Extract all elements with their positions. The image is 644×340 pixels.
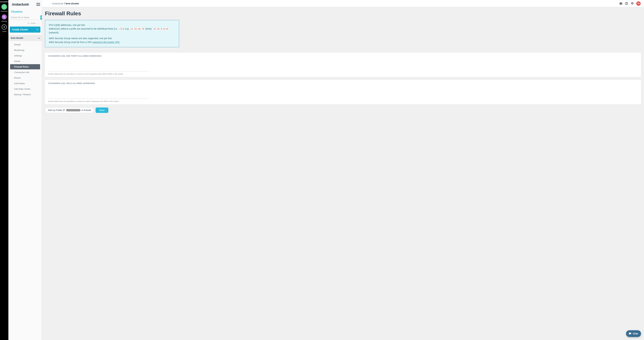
chevron-up-icon: ▴ — [38, 37, 40, 39]
help-icon[interactable] — [625, 2, 628, 5]
cql-only-card: CASSANDRA (CQL ONLY) ALLOWED ADDRESSES E… — [45, 80, 641, 104]
clusters-heading: Clusters — [8, 8, 42, 15]
pager-text: 1 – 1 of 1 — [28, 22, 36, 24]
cql-only-help: Entries listed here are permitted to con… — [48, 100, 638, 102]
gift-icon[interactable] — [619, 2, 622, 5]
cql-only-textarea[interactable] — [48, 86, 148, 99]
cluster-item-test-cluster[interactable]: test-cluster ▴ — [8, 35, 42, 41]
page-title: Firewall Rules — [45, 11, 641, 17]
hamburger-menu-icon[interactable] — [36, 3, 40, 6]
accounts-rail-title: ACCOUNTS — [0, 1, 9, 3]
subnav-add-nodes[interactable]: Add Nodes — [10, 81, 40, 86]
cluster-subnav: Details Monitoring Settings Delete Firew… — [8, 41, 42, 98]
main: Instaclustr / test-cluster SS Firewall R… — [42, 0, 644, 340]
account-item-shivang[interactable]: S Shivang — [2, 15, 7, 22]
brand-logo[interactable]: :instaclustr — [11, 2, 29, 6]
cql-thrift-card: CASSANDRA (CQL AND THRIFT) ALLOWED ADDRE… — [45, 53, 641, 77]
cluster-name: test-cluster — [11, 37, 23, 39]
subnav-resize[interactable]: Resize — [10, 75, 40, 80]
breadcrumb: Instaclustr / test-cluster — [52, 2, 79, 5]
account-label: Shivang — [2, 21, 7, 22]
breadcrumb-root[interactable]: Instaclustr — [52, 2, 64, 5]
subnav-monitoring[interactable]: Monitoring — [10, 48, 40, 53]
user-avatar[interactable]: SS — [636, 1, 641, 6]
create-cluster-button[interactable]: Create Cluster + — [10, 27, 40, 33]
svg-point-0 — [40, 17, 42, 18]
account-avatar: I — [2, 4, 7, 10]
topbar: Instaclustr / test-cluster SS — [42, 0, 644, 7]
subnav-firewall-rules[interactable]: Firewall Rules — [10, 64, 40, 69]
plus-icon: + — [36, 28, 38, 31]
pager-prev-icon[interactable]: ‹ — [37, 22, 38, 25]
cql-only-label: CASSANDRA (CQL ONLY) ALLOWED ADDRESSES — [48, 82, 638, 84]
gear-icon[interactable] — [630, 2, 634, 5]
info-box: IPv4 CIDR addresses, one per line. Addre… — [45, 20, 179, 47]
cluster-search-input[interactable] — [10, 15, 39, 20]
create-account-button[interactable]: + Create — [2, 25, 7, 32]
ip-redacted — [66, 109, 80, 111]
pager-next-icon[interactable]: › — [39, 22, 40, 25]
cidr-abbr: CIDR — [54, 24, 60, 27]
chat-icon — [628, 332, 632, 335]
pager: 1 – 1 of 1 ‹ › — [8, 21, 42, 27]
create-cluster-label: Create Cluster — [12, 28, 28, 31]
account-label: Instaclustr — [1, 11, 8, 12]
account-avatar: S — [2, 15, 7, 20]
subnav-add-data-centre[interactable]: Add Data Centre — [10, 86, 40, 92]
cql-thrift-help: Entries listed here are permitted to con… — [48, 73, 638, 75]
chat-label: Chat — [633, 332, 638, 335]
plus-circle-icon: + — [2, 25, 7, 30]
cql-thrift-label: CASSANDRA (CQL AND THRIFT) ALLOWED ADDRE… — [48, 55, 638, 57]
save-button[interactable]: Save — [96, 107, 108, 113]
subnav-delete[interactable]: Delete — [10, 59, 40, 64]
subnav-connection-info[interactable]: Connection Info — [10, 70, 40, 75]
breadcrumb-current: test-cluster — [66, 2, 79, 5]
account-item-instaclustr[interactable]: I Instaclustr — [1, 4, 8, 12]
chat-widget[interactable]: Chat — [626, 330, 641, 337]
subnav-details[interactable]: Details — [10, 42, 40, 47]
sidebar: :instaclustr Clusters 1 – 1 of 1 ‹ › Cre… — [8, 0, 42, 340]
accounts-rail: ACCOUNTS I Instaclustr S Shivang + Creat… — [0, 0, 8, 340]
peered-vpc-link[interactable]: peered to the cluster VPC — [93, 41, 120, 44]
cql-thrift-textarea[interactable] — [48, 58, 148, 71]
subnav-backup-restore[interactable]: Backup / Restore — [10, 92, 40, 97]
add-public-ip-button[interactable]: Add my Public IP to firewall — [45, 107, 94, 113]
create-label: Create — [2, 31, 6, 32]
subnav-settings[interactable]: Settings — [10, 53, 40, 58]
